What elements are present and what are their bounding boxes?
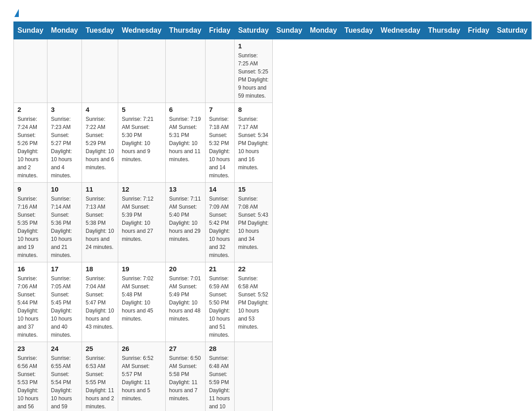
day-info: Sunrise: 6:48 AM Sunset: 5:59 PM Dayligh… — [209, 354, 231, 411]
day-info: Sunrise: 6:59 AM Sunset: 5:50 PM Dayligh… — [209, 274, 231, 339]
day-number: 14 — [209, 185, 231, 193]
day-of-week-header: Friday — [205, 22, 234, 39]
day-number: 20 — [169, 265, 202, 273]
calendar-cell: 9Sunrise: 7:16 AM Sunset: 5:35 PM Daylig… — [14, 183, 47, 262]
day-info: Sunrise: 7:17 AM Sunset: 5:34 PM Dayligh… — [238, 115, 269, 171]
day-number: 12 — [122, 185, 162, 193]
calendar-cell: 15Sunrise: 7:08 AM Sunset: 5:43 PM Dayli… — [234, 183, 272, 262]
day-info: Sunrise: 7:02 AM Sunset: 5:48 PM Dayligh… — [122, 274, 162, 323]
calendar-cell: 1Sunrise: 7:25 AM Sunset: 5:25 PM Daylig… — [234, 39, 272, 103]
calendar-cell: 24Sunrise: 6:55 AM Sunset: 5:54 PM Dayli… — [47, 342, 82, 411]
calendar-cell: 16Sunrise: 7:06 AM Sunset: 5:44 PM Dayli… — [14, 262, 47, 342]
day-number: 6 — [169, 106, 202, 113]
weekday-header: Monday — [306, 22, 340, 39]
day-number: 2 — [17, 106, 43, 113]
weekday-header: Saturday — [493, 22, 531, 39]
calendar-cell: 13Sunrise: 7:11 AM Sunset: 5:40 PM Dayli… — [165, 183, 205, 262]
calendar-cell: 20Sunrise: 7:01 AM Sunset: 5:49 PM Dayli… — [165, 262, 205, 342]
day-number: 23 — [17, 345, 43, 352]
calendar-cell: 19Sunrise: 7:02 AM Sunset: 5:48 PM Dayli… — [118, 262, 165, 342]
day-number: 8 — [238, 106, 269, 113]
day-info: Sunrise: 7:09 AM Sunset: 5:42 PM Dayligh… — [209, 195, 231, 259]
day-info: Sunrise: 7:14 AM Sunset: 5:36 PM Dayligh… — [51, 195, 78, 259]
day-info: Sunrise: 7:06 AM Sunset: 5:44 PM Dayligh… — [17, 274, 43, 339]
calendar-week-row: 2Sunrise: 7:24 AM Sunset: 5:26 PM Daylig… — [14, 103, 532, 183]
calendar-week-row: 16Sunrise: 7:06 AM Sunset: 5:44 PM Dayli… — [14, 262, 532, 342]
day-info: Sunrise: 7:18 AM Sunset: 5:32 PM Dayligh… — [209, 115, 231, 180]
day-info: Sunrise: 6:56 AM Sunset: 5:53 PM Dayligh… — [17, 354, 43, 411]
day-info: Sunrise: 7:13 AM Sunset: 5:38 PM Dayligh… — [86, 195, 114, 251]
day-number: 24 — [51, 345, 78, 352]
day-number: 10 — [51, 185, 78, 193]
calendar-cell: 4Sunrise: 7:22 AM Sunset: 5:29 PM Daylig… — [82, 103, 118, 183]
calendar-cell: 22Sunrise: 6:58 AM Sunset: 5:52 PM Dayli… — [234, 262, 272, 342]
calendar-cell: 27Sunrise: 6:50 AM Sunset: 5:58 PM Dayli… — [165, 342, 205, 411]
day-of-week-header: Sunday — [14, 22, 47, 39]
calendar-cell: 3Sunrise: 7:23 AM Sunset: 5:27 PM Daylig… — [47, 103, 82, 183]
day-number: 1 — [238, 42, 269, 50]
weekday-header: Friday — [464, 22, 493, 39]
day-of-week-header: Tuesday — [82, 22, 118, 39]
day-info: Sunrise: 7:08 AM Sunset: 5:43 PM Dayligh… — [238, 195, 269, 251]
day-number: 11 — [86, 185, 114, 193]
day-number: 4 — [86, 106, 114, 113]
logo — [13, 9, 19, 17]
day-info: Sunrise: 7:12 AM Sunset: 5:39 PM Dayligh… — [122, 195, 162, 243]
day-info: Sunrise: 6:50 AM Sunset: 5:58 PM Dayligh… — [169, 354, 202, 402]
day-number: 16 — [17, 265, 43, 273]
logo-triangle-icon — [14, 9, 19, 17]
weekday-header: Sunday — [273, 22, 306, 39]
day-number: 28 — [209, 345, 231, 352]
day-info: Sunrise: 7:19 AM Sunset: 5:31 PM Dayligh… — [169, 115, 202, 163]
day-number: 19 — [122, 265, 162, 273]
day-info: Sunrise: 7:16 AM Sunset: 5:35 PM Dayligh… — [17, 195, 43, 259]
calendar-cell — [205, 39, 234, 103]
day-info: Sunrise: 7:21 AM Sunset: 5:30 PM Dayligh… — [122, 115, 162, 163]
calendar-week-row: 1Sunrise: 7:25 AM Sunset: 5:25 PM Daylig… — [14, 39, 532, 103]
day-info: Sunrise: 7:01 AM Sunset: 5:49 PM Dayligh… — [169, 274, 202, 323]
calendar-cell — [118, 39, 165, 103]
calendar-cell: 7Sunrise: 7:18 AM Sunset: 5:32 PM Daylig… — [205, 103, 234, 183]
day-number: 21 — [209, 265, 231, 273]
calendar-table: SundayMondayTuesdayWednesdayThursdayFrid… — [13, 21, 532, 411]
day-number: 7 — [209, 106, 231, 113]
day-info: Sunrise: 7:05 AM Sunset: 5:45 PM Dayligh… — [51, 274, 78, 339]
day-info: Sunrise: 7:23 AM Sunset: 5:27 PM Dayligh… — [51, 115, 78, 180]
calendar-cell: 5Sunrise: 7:21 AM Sunset: 5:30 PM Daylig… — [118, 103, 165, 183]
day-of-week-header: Wednesday — [118, 22, 165, 39]
calendar-cell: 2Sunrise: 7:24 AM Sunset: 5:26 PM Daylig… — [14, 103, 47, 183]
calendar-cell: 28Sunrise: 6:48 AM Sunset: 5:59 PM Dayli… — [205, 342, 234, 411]
day-number: 15 — [238, 185, 269, 193]
calendar-cell — [165, 39, 205, 103]
day-info: Sunrise: 6:52 AM Sunset: 5:57 PM Dayligh… — [122, 354, 162, 402]
day-number: 9 — [17, 185, 43, 193]
day-number: 26 — [122, 345, 162, 352]
day-number: 27 — [169, 345, 202, 352]
calendar-header-row: SundayMondayTuesdayWednesdayThursdayFrid… — [14, 22, 532, 39]
calendar-cell: 26Sunrise: 6:52 AM Sunset: 5:57 PM Dayli… — [118, 342, 165, 411]
calendar-cell: 21Sunrise: 6:59 AM Sunset: 5:50 PM Dayli… — [205, 262, 234, 342]
day-number: 5 — [122, 106, 162, 113]
calendar-cell: 23Sunrise: 6:56 AM Sunset: 5:53 PM Dayli… — [14, 342, 47, 411]
day-number: 18 — [86, 265, 114, 273]
day-info: Sunrise: 7:24 AM Sunset: 5:26 PM Dayligh… — [17, 115, 43, 180]
day-info: Sunrise: 6:55 AM Sunset: 5:54 PM Dayligh… — [51, 354, 78, 411]
day-number: 3 — [51, 106, 78, 113]
calendar-cell: 11Sunrise: 7:13 AM Sunset: 5:38 PM Dayli… — [82, 183, 118, 262]
calendar-cell: 14Sunrise: 7:09 AM Sunset: 5:42 PM Dayli… — [205, 183, 234, 262]
day-info: Sunrise: 7:22 AM Sunset: 5:29 PM Dayligh… — [86, 115, 114, 171]
day-of-week-header: Monday — [47, 22, 82, 39]
day-of-week-header: Thursday — [165, 22, 205, 39]
calendar-cell — [14, 39, 47, 103]
calendar-cell — [82, 39, 118, 103]
day-number: 22 — [238, 265, 269, 273]
day-info: Sunrise: 7:11 AM Sunset: 5:40 PM Dayligh… — [169, 195, 202, 243]
calendar-week-row: 23Sunrise: 6:56 AM Sunset: 5:53 PM Dayli… — [14, 342, 532, 411]
day-number: 17 — [51, 265, 78, 273]
calendar-cell: 12Sunrise: 7:12 AM Sunset: 5:39 PM Dayli… — [118, 183, 165, 262]
calendar-cell — [47, 39, 82, 103]
page-header — [13, 9, 519, 17]
calendar-cell — [234, 342, 272, 411]
weekday-header: Wednesday — [377, 22, 425, 39]
day-number: 25 — [86, 345, 114, 352]
